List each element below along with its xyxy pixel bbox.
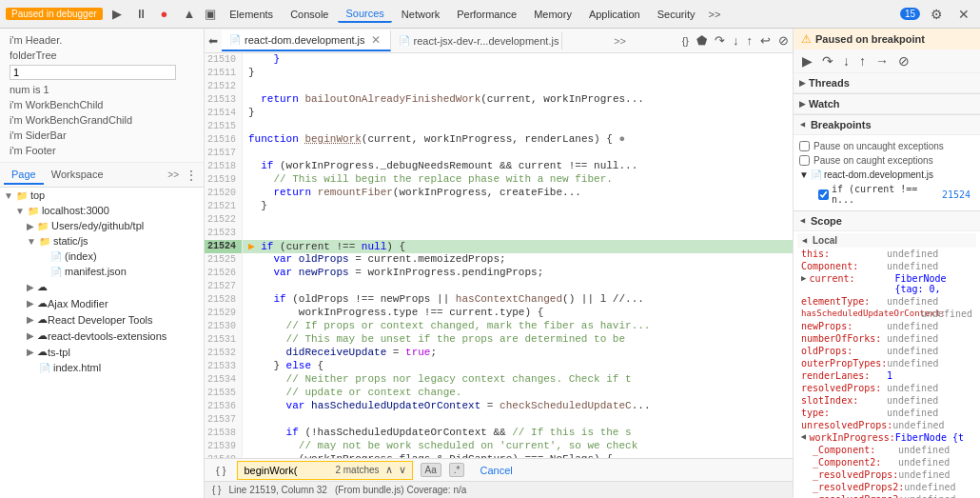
line-num-21536: 21536 <box>205 400 243 413</box>
close-devtools-icon[interactable]: ✕ <box>953 5 974 24</box>
scope-key-slotindex: slotIndex: <box>801 395 887 406</box>
page-item-foldertree[interactable]: folderTree <box>6 48 198 63</box>
inspect-icon[interactable]: ▲ <box>179 5 199 23</box>
pause-uncaught-option[interactable]: Pause on uncaught exceptions <box>799 139 974 153</box>
search-next-btn[interactable]: ∨ <box>399 464 406 476</box>
bp-file-entry[interactable]: ▼ 📄 react-dom.development.js <box>799 168 974 182</box>
tree-cloud1[interactable]: ▶ ☁ <box>0 279 204 295</box>
nav-security[interactable]: Security <box>650 7 703 22</box>
record-button[interactable]: ● <box>157 5 172 23</box>
tree-reactdevtools-ext[interactable]: ▶ ☁ react-devtools-extensions <box>0 328 204 344</box>
deactivate-all-btn[interactable]: ⊘ <box>895 52 912 70</box>
tree-indexhtml[interactable]: 📄 index.html <box>0 360 204 375</box>
cloud-icon3: ☁ <box>37 313 48 326</box>
tab-react-jsx[interactable]: 📄 react-jsx-dev-r...development.js <box>391 32 562 50</box>
code-content-21520: return remountFiber(workInProgress, crea… <box>243 187 793 200</box>
tree-label-manifest: manifest.json <box>65 266 127 277</box>
scope-key-renderlanes: renderLanes: <box>801 370 887 381</box>
cursor-position: { } <box>212 485 221 495</box>
code-content-21527 <box>243 280 793 293</box>
line-num-21520: 21520 <box>205 187 243 200</box>
nav-more-icon[interactable]: >> <box>704 7 724 22</box>
paused-badge: Paused in debugger <box>6 8 103 20</box>
scope-unresolvedprops: unresolvedProps: undefined <box>797 419 976 431</box>
tab-workspace[interactable]: Workspace <box>44 166 111 185</box>
search-input[interactable] <box>10 65 176 80</box>
step-back-icon[interactable]: ↩ <box>756 31 774 50</box>
nav-memory[interactable]: Memory <box>526 7 579 22</box>
step-btn[interactable]: → <box>872 52 892 70</box>
code-line-21523: 21523 <box>205 227 793 240</box>
scope-outerproptypes: outerPropTypes: undefined <box>797 357 976 369</box>
deactivate-bp-icon[interactable]: ⊘ <box>774 31 793 50</box>
match-case-toggle[interactable]: Aa <box>421 463 441 477</box>
step-in-icon[interactable]: ↓ <box>729 31 743 50</box>
watch-header[interactable]: ▶ Watch <box>794 94 980 114</box>
code-line-21513: 21513 return bailoutOnAlreadyFinishedWor… <box>205 93 793 107</box>
tab-more-icon[interactable]: >> <box>608 33 632 49</box>
pause-button[interactable]: ⏸ <box>131 5 151 23</box>
nav-sources[interactable]: Sources <box>338 6 391 23</box>
pause-caught-checkbox[interactable] <box>799 155 810 166</box>
scope-workinprogress[interactable]: ▼ workInProgress: FiberNode {t <box>797 431 976 444</box>
step-into-btn[interactable]: ↓ <box>840 52 853 70</box>
panel-menu-button[interactable]: ⋮ <box>183 168 200 183</box>
nav-console[interactable]: Console <box>283 7 336 22</box>
nav-application[interactable]: Application <box>581 7 648 22</box>
search-field[interactable] <box>244 465 329 476</box>
threads-header[interactable]: ▶ Threads <box>794 73 980 93</box>
tab-close-icon[interactable]: ✕ <box>369 33 382 47</box>
watch-title: Watch <box>809 98 840 110</box>
page-item-workbench[interactable]: i'm WorkBenchChild <box>6 97 198 112</box>
breakpoint-icon[interactable]: ⬟ <box>693 31 711 50</box>
nav-performance[interactable]: Performance <box>449 7 524 22</box>
tree-ajax[interactable]: ▶ ☁ Ajax Modifier <box>0 295 204 311</box>
tab-more[interactable]: >> <box>164 168 183 182</box>
tree-tstpl[interactable]: ▶ ☁ ts-tpl <box>0 344 204 360</box>
tree-manifest[interactable]: 📄 manifest.json <box>0 264 204 279</box>
scope-val-slotindex: undefined <box>887 395 938 406</box>
tree-index[interactable]: 📄 (index) <box>0 249 204 264</box>
code-content-21515 <box>243 120 793 133</box>
scope-header[interactable]: ▼ Scope <box>794 211 980 231</box>
tree-reactdev[interactable]: ▶ ☁ React Developer Tools <box>0 311 204 328</box>
tree-localhost[interactable]: ▼ 📁 localhost:3000 <box>0 203 204 218</box>
scope-wip-resolvedprops3: _resolvedProps3: undefined <box>797 493 976 498</box>
page-item-sidebar[interactable]: i'm SiderBar <box>6 128 198 143</box>
format-icon[interactable]: {} <box>678 33 693 49</box>
page-item-header[interactable]: i'm Header. <box>6 32 198 48</box>
nav-network[interactable]: Network <box>394 7 447 22</box>
scope-current[interactable]: ▶ current: FiberNode {tag: 0, <box>797 272 976 295</box>
resume-btn[interactable]: ▶ <box>799 52 815 70</box>
page-item-workbenchgrand[interactable]: i'm WorkBenchGrandChild <box>6 112 198 128</box>
page-item-footer[interactable]: i'm Footer <box>6 143 198 158</box>
step-out-icon[interactable]: ↑ <box>743 31 757 50</box>
play-button[interactable]: ▶ <box>108 5 126 23</box>
local-scope-header[interactable]: ▼ Local <box>797 233 976 248</box>
settings-icon[interactable]: ⚙ <box>926 5 948 24</box>
step-over-icon[interactable]: ↷ <box>711 31 729 50</box>
code-line-21515: 21515 <box>205 120 793 133</box>
search-prev-btn[interactable]: ∧ <box>385 464 393 476</box>
pause-uncaught-checkbox[interactable] <box>799 141 810 151</box>
regex-toggle[interactable]: .* <box>449 463 465 477</box>
tree-users[interactable]: ▶ 📁 Users/edy/github/tpl <box>0 218 204 233</box>
scope-wip-resolvedprops: _resolvedProps: undefined <box>797 468 976 481</box>
step-out-btn[interactable]: ↑ <box>856 52 869 70</box>
go-back-icon[interactable]: ⬅ <box>205 32 222 50</box>
cancel-search-button[interactable]: Cancel <box>472 464 519 477</box>
tree-top[interactable]: ▼ 📁 top <box>0 188 204 203</box>
cursor-icon[interactable]: ▣ <box>201 5 220 23</box>
breakpoints-header[interactable]: ▼ Breakpoints <box>794 115 980 135</box>
code-area[interactable]: 21510 } 21511 } 21512 21513 return bailo… <box>205 53 793 458</box>
tab-react-dom[interactable]: 📄 react-dom.development.js ✕ <box>222 30 391 51</box>
tree-staticjs[interactable]: ▼ 📁 static/js <box>0 233 204 249</box>
tab-page[interactable]: Page <box>4 166 44 185</box>
step-over-btn[interactable]: ↷ <box>819 52 836 70</box>
bp-line-entry[interactable]: if (current !== n... 21524 <box>799 182 974 207</box>
format-btn-label[interactable]: { } <box>212 463 229 478</box>
scope-title: Scope <box>811 215 842 227</box>
nav-elements[interactable]: Elements <box>222 7 281 22</box>
bp-line-checkbox[interactable] <box>818 189 829 200</box>
pause-caught-option[interactable]: Pause on caught exceptions <box>799 153 974 168</box>
